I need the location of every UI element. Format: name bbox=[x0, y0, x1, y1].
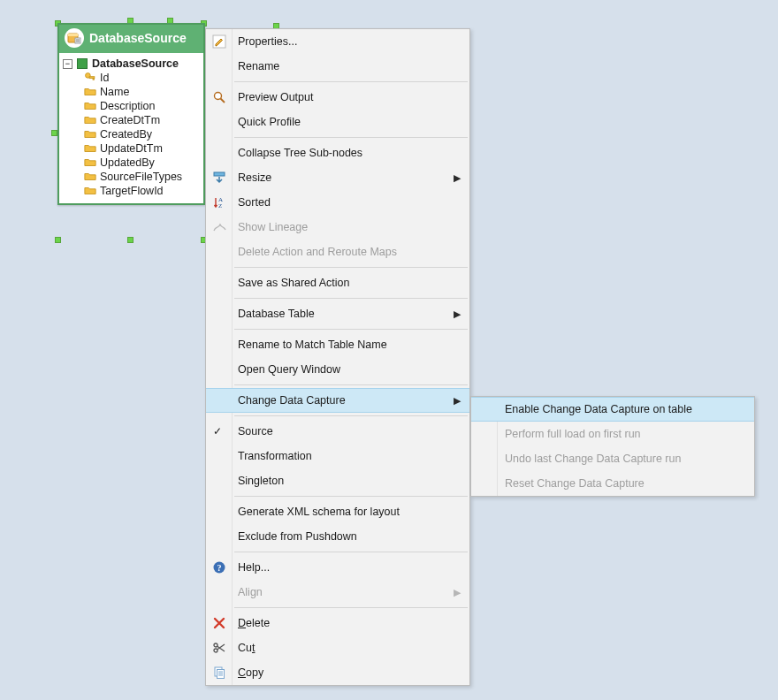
lineage-icon bbox=[211, 219, 227, 235]
magnifier-icon bbox=[211, 89, 227, 105]
tree-field[interactable]: Name bbox=[63, 85, 200, 99]
menu-item-help[interactable]: ?Help... bbox=[206, 555, 469, 580]
tree-field[interactable]: CreatedBy bbox=[63, 127, 200, 141]
svg-line-10 bbox=[221, 99, 225, 103]
collapse-icon[interactable]: − bbox=[63, 59, 72, 69]
menu-separator bbox=[234, 607, 468, 608]
menu-item-label: Database Table bbox=[238, 308, 315, 320]
menu-item-properties[interactable]: Properties... bbox=[206, 29, 469, 54]
menu-item-label: Show Lineage bbox=[238, 221, 308, 233]
menu-separator bbox=[234, 137, 468, 138]
menu-item-label: Source bbox=[238, 425, 273, 438]
menu-item-label: Exclude from Pushdown bbox=[238, 530, 357, 543]
submenu-item-label: Enable Change Data Capture on table bbox=[505, 403, 692, 415]
menu-item-rename-to-match-table-name[interactable]: Rename to Match Table Name bbox=[206, 332, 469, 357]
folder-icon bbox=[84, 114, 96, 126]
menu-item-label: Open Query Window bbox=[238, 363, 340, 376]
folder-icon bbox=[84, 128, 96, 141]
tree-field-label: Name bbox=[100, 86, 129, 98]
tree-field[interactable]: UpdateDtTm bbox=[63, 141, 200, 156]
menu-item-label: Copy bbox=[238, 666, 263, 679]
folder-icon bbox=[84, 171, 96, 183]
menu-item-sorted[interactable]: AZSorted bbox=[206, 190, 469, 215]
submenu-item-enable-change-data-capture-on-table[interactable]: Enable Change Data Capture on table bbox=[471, 397, 754, 422]
node-title-bar[interactable]: DatabaseSource bbox=[59, 25, 203, 53]
tree-field[interactable]: CreateDtTm bbox=[63, 113, 200, 127]
menu-separator bbox=[234, 415, 468, 416]
submenu-item-label: Perform full load on first run bbox=[505, 428, 641, 440]
menu-item-label: Quick Profile bbox=[238, 116, 301, 128]
tree-field[interactable]: TargetFlowId bbox=[63, 184, 200, 198]
svg-rect-1 bbox=[68, 34, 78, 36]
menu-item-label: Delete Action and Reroute Maps bbox=[238, 246, 397, 258]
submenu-item-perform-full-load-on-first-run: Perform full load on first run bbox=[471, 422, 754, 446]
menu-item-label: Help... bbox=[238, 561, 270, 574]
chevron-right-icon: ▶ bbox=[454, 587, 461, 598]
menu-item-exclude-from-pushdown[interactable]: Exclude from Pushdown bbox=[206, 524, 469, 549]
database-source-node[interactable]: DatabaseSource − DatabaseSource IdNameDe… bbox=[57, 23, 205, 205]
tree-field-label: Description bbox=[100, 100, 156, 112]
menu-item-label: Change Data Capture bbox=[238, 394, 346, 407]
folder-icon bbox=[84, 100, 96, 112]
menu-separator bbox=[234, 384, 468, 385]
menu-item-label: Delete bbox=[238, 617, 270, 629]
tree-root-label: DatabaseSource bbox=[92, 57, 179, 70]
menu-item-copy[interactable]: Copy bbox=[206, 660, 469, 685]
selection-handle-sw[interactable] bbox=[55, 237, 61, 243]
svg-rect-2 bbox=[75, 38, 80, 43]
menu-item-singleton[interactable]: Singleton bbox=[206, 468, 469, 493]
menu-item-rename[interactable]: Rename bbox=[206, 54, 469, 79]
menu-item-label: Rename bbox=[238, 60, 279, 72]
tree-field-label: CreatedBy bbox=[100, 128, 152, 141]
key-icon bbox=[84, 72, 96, 84]
menu-item-transformation[interactable]: Transformation bbox=[206, 444, 469, 468]
resize-icon bbox=[211, 170, 227, 186]
selection-handle-s[interactable] bbox=[127, 237, 133, 243]
submenu-item-undo-last-change-data-capture-run: Undo last Change Data Capture run bbox=[471, 446, 754, 471]
delete-x-icon bbox=[211, 615, 227, 631]
menu-item-quick-profile[interactable]: Quick Profile bbox=[206, 110, 469, 134]
tree-field-label: UpdatedBy bbox=[100, 156, 155, 169]
tree-field[interactable]: SourceFileTypes bbox=[63, 170, 200, 184]
menu-item-database-table[interactable]: Database Table▶ bbox=[206, 301, 469, 326]
svg-rect-7 bbox=[93, 78, 94, 80]
table-icon bbox=[76, 57, 88, 70]
tree-root[interactable]: − DatabaseSource bbox=[63, 57, 200, 71]
menu-item-open-query-window[interactable]: Open Query Window bbox=[206, 357, 469, 382]
menu-item-label: Properties... bbox=[238, 35, 297, 48]
check-icon: ✓ bbox=[213, 425, 222, 438]
menu-item-label: Sorted bbox=[238, 196, 271, 209]
selection-handle-w[interactable] bbox=[51, 130, 57, 136]
menu-item-source[interactable]: ✓Source bbox=[206, 419, 469, 444]
menu-item-generate-xml-schema-for-layout[interactable]: Generate XML schema for layout bbox=[206, 499, 469, 524]
node-tree: − DatabaseSource IdNameDescriptionCreate… bbox=[59, 53, 203, 203]
menu-item-collapse-tree-sub-nodes[interactable]: Collapse Tree Sub-nodes bbox=[206, 141, 469, 165]
svg-text:?: ? bbox=[217, 563, 222, 573]
svg-text:Z: Z bbox=[218, 202, 222, 209]
submenu-change-data-capture[interactable]: Enable Change Data Capture on tablePerfo… bbox=[470, 396, 755, 497]
tree-field-label: SourceFileTypes bbox=[100, 171, 182, 183]
menu-separator bbox=[234, 329, 468, 330]
menu-item-preview-output[interactable]: Preview Output bbox=[206, 85, 469, 110]
scissors-icon bbox=[211, 640, 227, 656]
pencil-icon bbox=[211, 34, 227, 49]
menu-item-resize[interactable]: Resize▶ bbox=[206, 165, 469, 190]
tree-field-label: CreateDtTm bbox=[100, 114, 160, 126]
folder-icon bbox=[84, 185, 96, 197]
chevron-right-icon: ▶ bbox=[454, 395, 461, 407]
menu-item-delete[interactable]: Delete bbox=[206, 611, 469, 635]
menu-item-save-as-shared-action[interactable]: Save as Shared Action bbox=[206, 270, 469, 295]
chevron-right-icon: ▶ bbox=[454, 308, 461, 320]
tree-field[interactable]: UpdatedBy bbox=[63, 156, 200, 170]
context-menu[interactable]: Properties...RenamePreview OutputQuick P… bbox=[205, 28, 470, 686]
tree-field[interactable]: Description bbox=[63, 99, 200, 113]
menu-item-change-data-capture[interactable]: Change Data Capture▶ bbox=[206, 388, 469, 413]
submenu-item-label: Undo last Change Data Capture run bbox=[505, 453, 681, 465]
menu-item-label: Cut bbox=[238, 642, 255, 654]
menu-item-cut[interactable]: Cut bbox=[206, 635, 469, 660]
help-icon: ? bbox=[211, 559, 227, 575]
menu-item-label: Singleton bbox=[238, 475, 284, 487]
svg-point-9 bbox=[215, 93, 222, 100]
tree-field[interactable]: Id bbox=[63, 71, 200, 85]
svg-rect-11 bbox=[214, 172, 225, 176]
